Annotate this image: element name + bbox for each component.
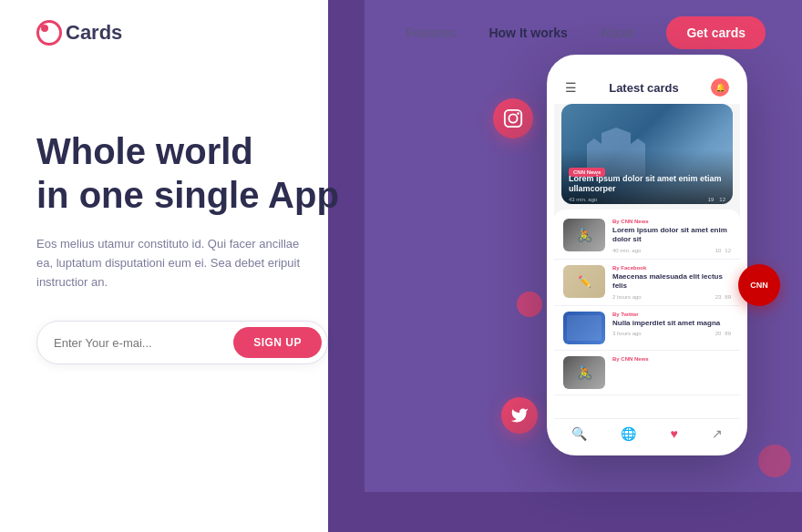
news-content-4: By CNN News xyxy=(612,356,731,363)
news-list: By CNN News Lorem ipsum dolor sit amet e… xyxy=(554,210,740,418)
news-content-3: By Twitter Nulla imperdiet sit amet magn… xyxy=(612,312,731,336)
featured-meta: 43 min. ago 19 12 xyxy=(569,197,725,202)
globe-bottom-icon[interactable]: 🌐 xyxy=(621,426,636,441)
news-meta-1: 40 min. ago 10 12 xyxy=(612,248,731,253)
news-stats-3: 20 89 xyxy=(715,331,731,336)
cnn-badge: CNN xyxy=(738,264,780,306)
featured-title: Lorem ipsum dolor sit amet enim etiam ul… xyxy=(569,174,725,195)
phone-screen: ☰ Latest cards 🔔 CNN News Lorem ipsum do… xyxy=(554,62,740,448)
get-cards-button[interactable]: Get cards xyxy=(666,16,766,49)
phone-container: ☰ Latest cards 🔔 CNN News Lorem ipsum do… xyxy=(547,55,747,455)
news-time-1: 40 min. ago xyxy=(612,248,641,253)
news-comments-2: 23 xyxy=(715,294,722,300)
news-content-2: By Facebook Maecenas malesuada elit lect… xyxy=(612,265,731,300)
news-thumb-3 xyxy=(563,312,605,344)
news-likes-2: 89 xyxy=(725,294,731,300)
hero-left: Whole world in one single App Eos melius… xyxy=(36,93,383,364)
phone-notch xyxy=(620,62,674,75)
news-stats-1: 10 12 xyxy=(715,248,731,253)
signup-button[interactable]: SIGN UP xyxy=(233,327,322,358)
featured-likes: 19 xyxy=(708,197,715,202)
news-item-1: By CNN News Lorem ipsum dolor sit amet e… xyxy=(554,213,740,260)
nav-how-it-works[interactable]: How It works xyxy=(488,26,567,40)
news-item-3: By Twitter Nulla imperdiet sit amet magn… xyxy=(554,306,740,351)
cycling-thumbnail xyxy=(563,219,605,251)
news-content-1: By CNN News Lorem ipsum dolor sit amet e… xyxy=(612,219,731,253)
nav-features[interactable]: Features xyxy=(406,26,456,40)
writing-thumbnail xyxy=(563,265,605,298)
news-title-2: Maecenas malesuada elit lectus felis xyxy=(612,272,731,292)
svg-point-2 xyxy=(517,112,519,115)
news-likes-1: 12 xyxy=(725,248,731,253)
email-form: SIGN UP xyxy=(36,321,328,364)
hero-title: Whole world in one single App xyxy=(36,129,383,217)
blue-thumbnail xyxy=(563,312,605,344)
news-meta-3: 3 hours ago 20 89 xyxy=(612,331,731,336)
cycling-thumbnail-2 xyxy=(563,356,605,389)
news-title-1: Lorem ipsum dolor sit amet enim dolor si… xyxy=(612,226,731,245)
news-thumb-4 xyxy=(563,356,605,389)
featured-time: 43 min. ago xyxy=(569,197,597,202)
twitter-badge xyxy=(501,397,538,434)
featured-comments: 12 xyxy=(719,197,725,202)
phone-bottom-bar: 🔍 🌐 ♥ ↗ xyxy=(554,418,740,448)
svg-point-1 xyxy=(509,114,517,122)
news-by-1: By CNN News xyxy=(612,219,731,224)
news-by-4: By CNN News xyxy=(612,356,731,362)
news-by-2: By Facebook xyxy=(612,265,731,271)
hero-subtitle: Eos melius utamur constituto id. Qui fac… xyxy=(36,235,310,292)
news-item-4: By CNN News xyxy=(554,351,740,395)
search-bottom-icon[interactable]: 🔍 xyxy=(571,426,587,441)
bell-icon: 🔔 xyxy=(711,78,729,97)
logo: Cards xyxy=(36,20,122,46)
news-by-3: By Twitter xyxy=(612,312,731,317)
news-item-2: By Facebook Maecenas malesuada elit lect… xyxy=(554,260,740,306)
news-stats-2: 23 89 xyxy=(715,294,731,300)
news-comments-1: 10 xyxy=(715,248,722,253)
news-likes-3: 89 xyxy=(725,331,731,336)
news-thumb-2 xyxy=(563,265,605,298)
featured-stats: 19 12 xyxy=(708,197,725,202)
news-thumb-1 xyxy=(563,219,605,251)
nav-about[interactable]: About xyxy=(601,26,634,40)
news-comments-3: 20 xyxy=(715,331,722,336)
brand-name: Cards xyxy=(66,21,122,45)
news-time-3: 3 hours ago xyxy=(612,331,642,336)
menu-icon: ☰ xyxy=(565,80,577,95)
instagram-badge xyxy=(493,98,533,138)
phone-mockup: ☰ Latest cards 🔔 CNN News Lorem ipsum do… xyxy=(547,55,747,455)
share-bottom-icon[interactable]: ↗ xyxy=(712,426,723,441)
news-meta-2: 2 hours ago 23 89 xyxy=(612,294,731,300)
logo-icon xyxy=(36,20,62,46)
email-input[interactable] xyxy=(54,336,233,350)
heart-bottom-icon[interactable]: ♥ xyxy=(671,426,678,441)
featured-card: CNN News Lorem ipsum dolor sit amet enim… xyxy=(561,104,733,204)
news-time-2: 2 hours ago xyxy=(612,294,642,300)
news-title-3: Nulla imperdiet sit amet magna xyxy=(612,319,731,328)
phone-title: Latest cards xyxy=(609,81,679,95)
pink-dot-2 xyxy=(758,445,791,477)
nav-links: Features How It works About Get cards xyxy=(406,16,766,49)
